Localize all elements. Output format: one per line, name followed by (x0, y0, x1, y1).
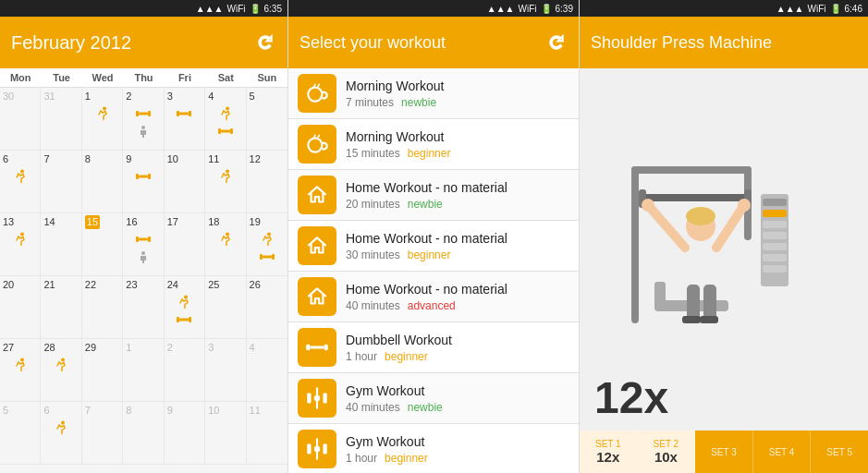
run-icon (11, 357, 30, 373)
workout-list-panel: ▲▲▲ WiFi 🔋 6:39 Select your workout Morn… (288, 0, 580, 473)
svg-point-4 (141, 126, 145, 129)
calendar-day[interactable]: 13 (0, 213, 41, 275)
workout-list-title: Select your workout (300, 33, 446, 53)
calendar-day-number: 6 (43, 404, 49, 418)
svg-rect-28 (263, 256, 272, 259)
workout-list-item[interactable]: Gym Workout 1 hour beginner (288, 424, 579, 473)
workout-item-info: Home Workout - no material 40 minutes ad… (346, 281, 569, 312)
svg-rect-20 (148, 236, 151, 242)
run-icon (258, 231, 276, 248)
calendar-day[interactable]: 1 (82, 88, 123, 150)
svg-rect-53 (654, 282, 666, 309)
calendar-day[interactable]: 3 (165, 88, 205, 150)
calendar-day[interactable]: 30 (0, 88, 41, 150)
workout-item-duration: 7 minutes (346, 96, 394, 109)
calendar-day[interactable]: 12 (247, 151, 287, 212)
svg-rect-61 (763, 232, 787, 239)
weights-icon (134, 231, 153, 248)
calendar-day[interactable]: 31 (41, 88, 81, 150)
calendar-day[interactable]: 8 (123, 402, 164, 464)
workout-list-item[interactable]: Home Workout - no material 40 minutes ad… (288, 272, 579, 322)
workout-list-item[interactable]: Gym Workout 40 minutes newbie (288, 373, 579, 424)
calendar-day[interactable]: 17 (165, 213, 205, 275)
svg-point-33 (20, 358, 24, 362)
calendar-day[interactable]: 2 (123, 88, 164, 150)
calendar-day-headers: Mon Tue Wed Thu Fri Sat Sun (0, 68, 287, 88)
calendar-day[interactable]: 6 (0, 151, 41, 212)
set-item-1[interactable]: Set 1 12x (580, 431, 638, 473)
run-icon (11, 168, 30, 185)
calendar-day[interactable]: 16 (123, 213, 164, 275)
set-label-1: Set 1 (595, 439, 621, 449)
refresh-button-workout[interactable] (545, 31, 568, 54)
calendar-day[interactable]: 7 (41, 151, 81, 212)
calendar-day[interactable]: 4 (247, 339, 287, 401)
set-value-1: 12x (596, 449, 619, 465)
svg-rect-14 (136, 174, 139, 179)
refresh-button-calendar[interactable] (254, 31, 276, 54)
calendar-day[interactable]: 11 (205, 151, 246, 212)
calendar-day[interactable]: 29 (82, 339, 123, 401)
workout-list-item[interactable]: Dumbbell Workout 1 hour beginner (288, 322, 579, 373)
workout-item-level: newbie (401, 96, 436, 109)
set-item-2[interactable]: Set 2 10x (638, 431, 696, 473)
calendar-day-number: 13 (3, 215, 14, 229)
calendar-day-number: 31 (43, 90, 55, 103)
calendar-day[interactable]: 21 (41, 276, 81, 338)
calendar-day[interactable]: 20 (0, 276, 41, 338)
run-icon (52, 357, 70, 373)
workout-icon-home (298, 226, 336, 265)
workout-list-item[interactable]: Morning Workout 7 minutes newbie (288, 68, 579, 119)
calendar-day-number: 7 (43, 152, 49, 166)
signal-icon-3: ▲▲▲ (776, 4, 804, 14)
calendar-day-number: 15 (85, 215, 100, 229)
gym-icon (134, 123, 153, 139)
calendar-day[interactable]: 15 (82, 213, 123, 275)
svg-rect-15 (148, 174, 151, 179)
workout-item-meta: 30 minutes beginner (346, 249, 569, 261)
calendar-day[interactable]: 10 (165, 151, 205, 212)
workout-icon-dumbbell (298, 328, 336, 367)
set-item-4[interactable]: Set 4 (753, 431, 812, 473)
calendar-day[interactable]: 3 (205, 339, 246, 401)
workout-item-level: newbie (408, 401, 443, 414)
workout-list-item[interactable]: Home Workout - no material 30 minutes be… (288, 221, 579, 272)
calendar-day[interactable]: 26 (247, 276, 287, 338)
svg-rect-54 (639, 194, 752, 201)
exercise-title: Shoulder Press Machine (591, 33, 772, 53)
set-item-3[interactable]: Set 3 (695, 431, 753, 473)
calendar-day[interactable]: 5 (0, 402, 41, 464)
workout-item-duration: 20 minutes (346, 198, 400, 211)
calendar-day-number: 9 (126, 152, 131, 166)
calendar-day[interactable]: 2 (165, 339, 205, 401)
calendar-day[interactable]: 5 (247, 88, 287, 150)
calendar-day[interactable]: 1 (123, 339, 164, 401)
calendar-day[interactable]: 9 (123, 151, 164, 212)
calendar-day-number: 5 (3, 404, 8, 418)
calendar-day[interactable]: 6 (41, 402, 81, 464)
svg-rect-27 (272, 254, 275, 260)
calendar-day[interactable]: 9 (165, 402, 205, 464)
calendar-day[interactable]: 8 (82, 151, 123, 212)
calendar-day[interactable]: 19 (247, 213, 287, 275)
calendar-day[interactable]: 27 (0, 339, 41, 401)
calendar-day[interactable]: 18 (205, 213, 246, 275)
calendar-day[interactable]: 10 (205, 402, 246, 464)
calendar-day[interactable]: 23 (123, 276, 164, 338)
calendar-day[interactable]: 28 (41, 339, 81, 401)
workout-list-item[interactable]: Morning Workout 15 minutes beginner (288, 119, 579, 170)
calendar-day[interactable]: 4 (205, 88, 246, 150)
calendar-day[interactable]: 24 (165, 276, 205, 338)
svg-rect-8 (179, 113, 189, 115)
workout-item-meta: 20 minutes newbie (346, 198, 569, 211)
calendar-day[interactable]: 7 (82, 402, 123, 464)
calendar-day[interactable]: 11 (247, 402, 287, 464)
weights-icon (175, 105, 193, 122)
svg-rect-10 (218, 128, 221, 134)
calendar-day[interactable]: 22 (82, 276, 123, 338)
calendar-day[interactable]: 25 (205, 276, 246, 338)
calendar-day[interactable]: 14 (41, 213, 81, 275)
workout-list-item[interactable]: Home Workout - no material 20 minutes ne… (288, 170, 579, 221)
workout-item-level: beginner (385, 452, 428, 465)
set-item-5[interactable]: Set 5 (811, 431, 868, 473)
